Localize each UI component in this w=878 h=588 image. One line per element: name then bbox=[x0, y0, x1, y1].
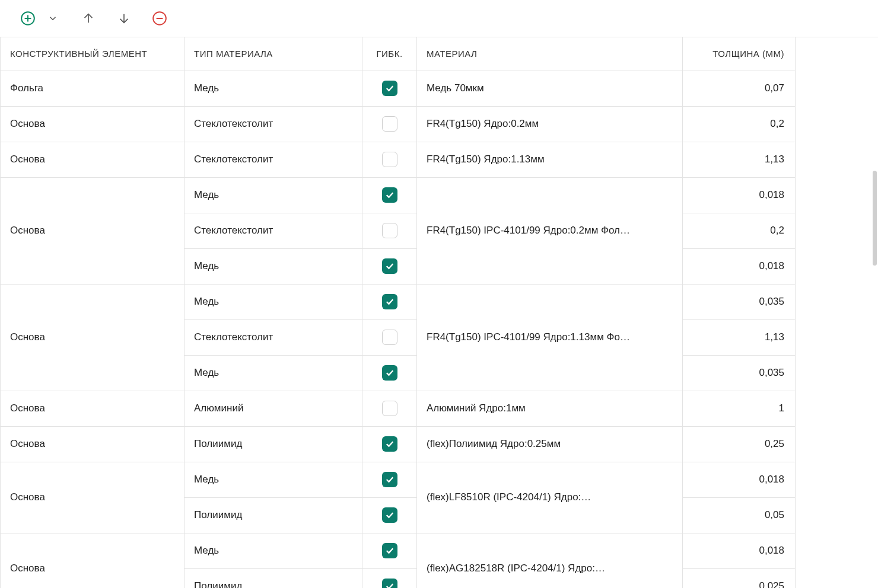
cell-thickness[interactable]: 0,05 bbox=[683, 497, 796, 533]
scrollbar-thumb[interactable] bbox=[873, 171, 877, 266]
checkbox-unchecked-icon[interactable] bbox=[382, 401, 397, 416]
cell-material[interactable]: FR4(Tg150) IPC-4101/99 Ядро:0.2мм Фол… bbox=[417, 177, 683, 284]
cell-type[interactable]: Полиимид bbox=[184, 497, 362, 533]
checkbox-checked-icon[interactable] bbox=[382, 187, 397, 203]
checkbox-checked-icon[interactable] bbox=[382, 294, 397, 309]
cell-material[interactable]: (flex)LF8510R (IPC-4204/1) Ядро:… bbox=[417, 462, 683, 533]
checkbox-unchecked-icon[interactable] bbox=[382, 223, 397, 238]
cell-thickness[interactable]: 0,018 bbox=[683, 462, 796, 497]
cell-material[interactable]: FR4(Tg150) IPC-4101/99 Ядро:1.13мм Фо… bbox=[417, 284, 683, 391]
cell-flex[interactable] bbox=[362, 177, 417, 213]
toolbar bbox=[0, 0, 878, 37]
cell-flex[interactable] bbox=[362, 319, 417, 355]
materials-table: КОНСТРУКТИВНЫЙ ЭЛЕМЕНТ ТИП МАТЕРИАЛА ГИБ… bbox=[0, 37, 796, 588]
cell-type[interactable]: Медь bbox=[184, 462, 362, 497]
cell-thickness[interactable]: 1 bbox=[683, 391, 796, 426]
cell-material[interactable]: (flex)AG182518R (IPC-4204/1) Ядро:… bbox=[417, 533, 683, 588]
table-row[interactable]: ОсноваПолиимид(flex)Полиимид Ядро:0.25мм… bbox=[1, 426, 796, 462]
cell-element[interactable]: Фольга bbox=[1, 71, 184, 106]
table-row[interactable]: ОсноваАлюминийАлюминий Ядро:1мм1 bbox=[1, 391, 796, 426]
cell-element[interactable]: Основа bbox=[1, 284, 184, 391]
cell-thickness[interactable]: 0,025 bbox=[683, 568, 796, 588]
cell-thickness[interactable]: 1,13 bbox=[683, 142, 796, 177]
cell-thickness[interactable]: 0,25 bbox=[683, 426, 796, 462]
cell-thickness[interactable]: 0,035 bbox=[683, 284, 796, 319]
cell-element[interactable]: Основа bbox=[1, 142, 184, 177]
checkbox-unchecked-icon[interactable] bbox=[382, 152, 397, 167]
cell-material[interactable]: Медь 70мкм bbox=[417, 71, 683, 106]
cell-thickness[interactable]: 0,07 bbox=[683, 71, 796, 106]
cell-element[interactable]: Основа bbox=[1, 426, 184, 462]
cell-thickness[interactable]: 0,2 bbox=[683, 106, 796, 142]
checkbox-checked-icon[interactable] bbox=[382, 579, 397, 588]
cell-type[interactable]: Полиимид bbox=[184, 568, 362, 588]
cell-thickness[interactable]: 0,018 bbox=[683, 248, 796, 284]
cell-type[interactable]: Стеклотекстолит bbox=[184, 213, 362, 248]
cell-type[interactable]: Медь bbox=[184, 71, 362, 106]
cell-type[interactable]: Стеклотекстолит bbox=[184, 142, 362, 177]
cell-thickness[interactable]: 0,035 bbox=[683, 355, 796, 391]
add-icon[interactable] bbox=[19, 9, 37, 27]
cell-flex[interactable] bbox=[362, 533, 417, 568]
cell-material[interactable]: (flex)Полиимид Ядро:0.25мм bbox=[417, 426, 683, 462]
cell-type[interactable]: Медь bbox=[184, 533, 362, 568]
cell-material[interactable]: FR4(Tg150) Ядро:0.2мм bbox=[417, 106, 683, 142]
checkbox-checked-icon[interactable] bbox=[382, 472, 397, 487]
table-row[interactable]: ОсноваМедь(flex)LF8510R (IPC-4204/1) Ядр… bbox=[1, 462, 796, 497]
checkbox-checked-icon[interactable] bbox=[382, 507, 397, 523]
cell-flex[interactable] bbox=[362, 568, 417, 588]
cell-element[interactable]: Основа bbox=[1, 177, 184, 284]
cell-element[interactable]: Основа bbox=[1, 533, 184, 588]
cell-flex[interactable] bbox=[362, 497, 417, 533]
cell-material[interactable]: Алюминий Ядро:1мм bbox=[417, 391, 683, 426]
table-row[interactable]: ОсноваМедь(flex)AG182518R (IPC-4204/1) Я… bbox=[1, 533, 796, 568]
cell-thickness[interactable]: 0,018 bbox=[683, 177, 796, 213]
table-row[interactable]: ОсноваСтеклотекстолитFR4(Tg150) Ядро:0.2… bbox=[1, 106, 796, 142]
cell-flex[interactable] bbox=[362, 213, 417, 248]
cell-type[interactable]: Медь bbox=[184, 284, 362, 319]
checkbox-checked-icon[interactable] bbox=[382, 81, 397, 96]
col-header-element[interactable]: КОНСТРУКТИВНЫЙ ЭЛЕМЕНТ bbox=[1, 37, 184, 71]
cell-material[interactable]: FR4(Tg150) Ядро:1.13мм bbox=[417, 142, 683, 177]
col-header-type[interactable]: ТИП МАТЕРИАЛА bbox=[184, 37, 362, 71]
cell-flex[interactable] bbox=[362, 355, 417, 391]
col-header-material[interactable]: МАТЕРИАЛ bbox=[417, 37, 683, 71]
checkbox-checked-icon[interactable] bbox=[382, 258, 397, 274]
checkbox-checked-icon[interactable] bbox=[382, 365, 397, 381]
cell-thickness[interactable]: 1,13 bbox=[683, 319, 796, 355]
arrow-down-icon[interactable] bbox=[115, 9, 133, 27]
cell-flex[interactable] bbox=[362, 462, 417, 497]
checkbox-checked-icon[interactable] bbox=[382, 436, 397, 452]
table-row[interactable]: ФольгаМедьМедь 70мкм0,07 bbox=[1, 71, 796, 106]
arrow-up-icon[interactable] bbox=[79, 9, 97, 27]
checkbox-unchecked-icon[interactable] bbox=[382, 116, 397, 132]
checkbox-checked-icon[interactable] bbox=[382, 543, 397, 558]
cell-flex[interactable] bbox=[362, 248, 417, 284]
cell-type[interactable]: Стеклотекстолит bbox=[184, 106, 362, 142]
cell-type[interactable]: Стеклотекстолит bbox=[184, 319, 362, 355]
cell-flex[interactable] bbox=[362, 142, 417, 177]
cell-flex[interactable] bbox=[362, 71, 417, 106]
cell-type[interactable]: Медь bbox=[184, 355, 362, 391]
cell-flex[interactable] bbox=[362, 426, 417, 462]
cell-type[interactable]: Медь bbox=[184, 177, 362, 213]
cell-flex[interactable] bbox=[362, 106, 417, 142]
cell-type[interactable]: Полиимид bbox=[184, 426, 362, 462]
remove-icon[interactable] bbox=[151, 9, 168, 27]
col-header-flex[interactable]: ГИБК. bbox=[362, 37, 417, 71]
table-row[interactable]: ОсноваМедьFR4(Tg150) IPC-4101/99 Ядро:0.… bbox=[1, 177, 796, 213]
cell-thickness[interactable]: 0,018 bbox=[683, 533, 796, 568]
cell-type[interactable]: Алюминий bbox=[184, 391, 362, 426]
cell-thickness[interactable]: 0,2 bbox=[683, 213, 796, 248]
cell-flex[interactable] bbox=[362, 284, 417, 319]
col-header-thickness[interactable]: ТОЛЩИНА (ММ) bbox=[683, 37, 796, 71]
checkbox-unchecked-icon[interactable] bbox=[382, 330, 397, 345]
cell-type[interactable]: Медь bbox=[184, 248, 362, 284]
chevron-down-icon[interactable] bbox=[44, 9, 62, 27]
cell-element[interactable]: Основа bbox=[1, 106, 184, 142]
cell-element[interactable]: Основа bbox=[1, 462, 184, 533]
cell-flex[interactable] bbox=[362, 391, 417, 426]
table-row[interactable]: ОсноваМедьFR4(Tg150) IPC-4101/99 Ядро:1.… bbox=[1, 284, 796, 319]
cell-element[interactable]: Основа bbox=[1, 391, 184, 426]
table-row[interactable]: ОсноваСтеклотекстолитFR4(Tg150) Ядро:1.1… bbox=[1, 142, 796, 177]
